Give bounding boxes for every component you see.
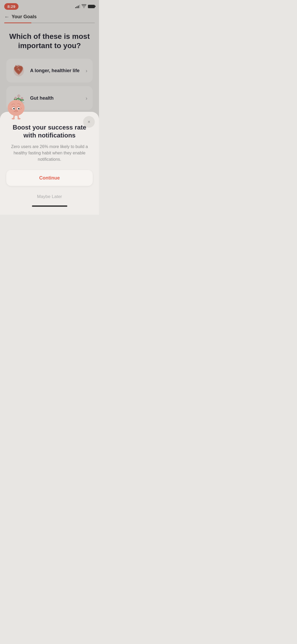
- svg-point-39: [17, 118, 21, 119]
- sheet-header: ×: [0, 112, 99, 117]
- bottom-sheet: × Boost your success rate with notificat…: [0, 112, 99, 215]
- svg-line-37: [18, 115, 18, 118]
- svg-point-33: [18, 108, 20, 109]
- svg-point-35: [19, 108, 19, 108]
- maybe-later-label: Maybe Later: [37, 194, 62, 199]
- svg-line-36: [14, 115, 14, 118]
- svg-point-38: [12, 118, 15, 119]
- continue-button[interactable]: Continue: [6, 170, 93, 186]
- close-icon: ×: [88, 119, 91, 125]
- svg-point-32: [13, 108, 15, 109]
- continue-button-label: Continue: [39, 175, 60, 181]
- mascot-icon: [4, 97, 28, 121]
- maybe-later-button[interactable]: Maybe Later: [6, 190, 93, 203]
- sheet-description: Zero users are 26% more likely to build …: [0, 139, 99, 170]
- home-indicator: [32, 205, 67, 207]
- close-button[interactable]: ×: [83, 116, 95, 128]
- svg-point-34: [14, 108, 15, 108]
